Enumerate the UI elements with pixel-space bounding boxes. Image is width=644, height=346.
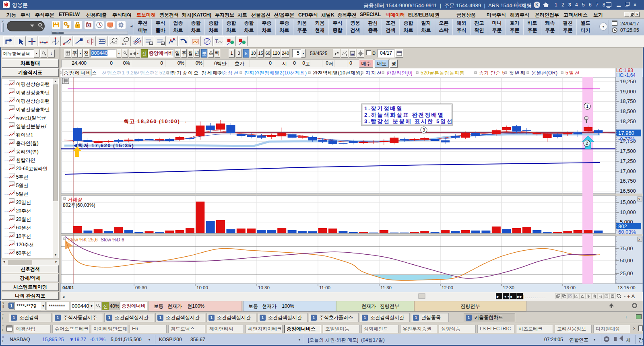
svg-text:한칼라인[0]: 한칼라인[0]: [386, 70, 413, 76]
svg-text:60,03%: 60,03%: [618, 229, 636, 235]
svg-text:Slow %D 6: Slow %D 6: [101, 237, 124, 243]
svg-text:진짜완전정배열2(10선제외): 진짜완전정배열2(10선제외): [244, 70, 307, 76]
svg-text:x: x: [638, 237, 640, 241]
svg-text:◄◄: ◄◄: [504, 295, 510, 299]
svg-text:10:00: 10:00: [196, 285, 208, 290]
svg-text:최저 17,620 (15:35): 최저 17,620 (15:35): [78, 142, 134, 148]
svg-text:▶▶: ▶▶: [517, 295, 522, 299]
svg-text:13:15:00: 13:15:00: [617, 285, 636, 290]
svg-text:10,000: 10,000: [620, 209, 636, 215]
svg-text:종가 단순 5: 종가 단순 5: [479, 70, 505, 76]
svg-text:2.하늘색화살표 완전정배열: 2.하늘색화살표 완전정배열: [364, 112, 444, 118]
svg-text:802주(60,03%): 802주(60,03%): [63, 202, 95, 208]
svg-text:Slow %K 25,6: Slow %K 25,6: [68, 237, 98, 243]
svg-text:거래량: 거래량: [68, 197, 82, 202]
svg-text:11:00: 11:00: [319, 285, 330, 290]
svg-text:중앙에너비스: 중앙에너비스: [64, 70, 97, 76]
svg-text:18,500: 18,500: [620, 108, 636, 114]
svg-text:2: 2: [586, 141, 588, 146]
svg-text:17,960: 17,960: [618, 130, 634, 136]
svg-text:11:30: 11:30: [380, 285, 392, 290]
svg-text:19,250: 19,250: [620, 78, 636, 84]
svg-text:520골든놀림돌파봉: 520골든놀림돌파봉: [421, 70, 464, 76]
svg-text:|...........: |...........: [523, 295, 546, 299]
svg-text:1: 1: [586, 104, 588, 109]
svg-text:선행스팬1 9,26: 선행스팬1 9,26: [102, 70, 136, 76]
svg-text:ALL: ALL: [122, 43, 127, 45]
svg-text:3.빨강선 분봉에 표시한 5일선: 3.빨강선 분봉에 표시한 5일선: [364, 118, 453, 124]
svg-text:중심선: 중심선: [222, 70, 239, 76]
svg-text:19,000: 19,000: [620, 89, 636, 95]
svg-text:HC:-1,64: HC:-1,64: [616, 72, 636, 78]
svg-text:최고 18,260 (10:00) →: 최고 18,260 (10:00) →: [124, 118, 188, 124]
svg-text:17,250: 17,250: [620, 158, 636, 164]
svg-text:■: ■: [510, 295, 512, 299]
svg-text:16,750: 16,750: [620, 178, 636, 184]
svg-text:-0,77%: -0,77%: [618, 136, 635, 142]
svg-text:완전역배열(10선제외): 완전역배열(10선제외): [313, 70, 362, 76]
svg-text:15,000: 15,000: [620, 199, 636, 205]
svg-text:▶: ▶: [497, 295, 500, 299]
svg-text:10:30: 10:30: [258, 285, 270, 290]
svg-text:장기좋아요 강세패턴: 장기좋아요 강세패턴: [171, 70, 224, 76]
svg-text:12:00: 12:00: [442, 285, 453, 290]
svg-text:17,000: 17,000: [620, 168, 636, 174]
svg-text:802: 802: [618, 223, 627, 229]
svg-text:18,750: 18,750: [620, 98, 636, 104]
svg-text:13:00: 13:00: [564, 285, 576, 290]
svg-text:09:30: 09:30: [135, 285, 147, 290]
svg-text:75,00: 75,00: [620, 245, 633, 251]
svg-text:18,250: 18,250: [620, 118, 636, 124]
svg-text:- + A: - + A: [624, 293, 635, 299]
svg-text:T: T: [215, 39, 219, 44]
svg-text:◄: ◄: [62, 295, 65, 299]
svg-text:x: x: [638, 197, 640, 201]
svg-text:웅월선(OR): 웅월선(OR): [531, 70, 558, 76]
svg-text:17,500: 17,500: [620, 148, 636, 154]
svg-text:16,500: 16,500: [620, 188, 636, 194]
svg-text:지지선: 지지선: [365, 70, 382, 76]
svg-text:3: 3: [423, 128, 425, 132]
svg-text:50,00: 50,00: [620, 257, 633, 264]
svg-text:첫번째: 첫번째: [509, 70, 526, 76]
svg-text:25,00: 25,00: [620, 270, 633, 276]
svg-text:1.장기정배열: 1.장기정배열: [364, 105, 403, 111]
svg-text:12:30: 12:30: [503, 285, 514, 290]
svg-text:04/01: 04/01: [62, 285, 74, 290]
svg-text:4: 4: [162, 42, 164, 45]
svg-text:5일선: 5일선: [566, 70, 580, 76]
